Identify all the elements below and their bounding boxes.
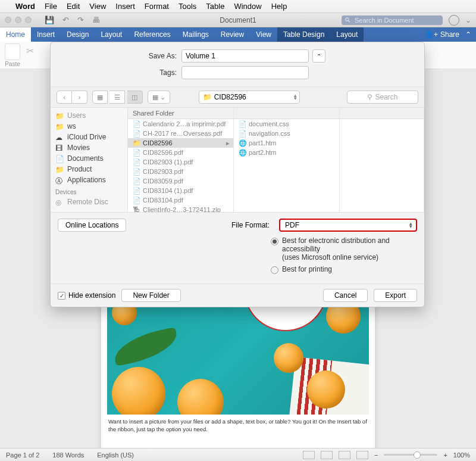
file-row[interactable]: 📄CID82903 (1).pdf [128,157,233,167]
nav-forward-button[interactable]: › [72,91,87,104]
path-dropdown[interactable]: 📁 CID82596 ▴▾ [199,91,300,104]
disc-icon: ◎ [55,198,64,205]
zoom-level[interactable]: 100% [453,451,470,459]
inline-image[interactable] [107,295,369,415]
tab-layout[interactable]: Layout [95,27,128,42]
view-mode-draft[interactable] [356,451,368,459]
group-by-button[interactable]: ▦ ⌄ [148,91,170,104]
view-mode-print[interactable] [303,451,315,459]
view-mode-web[interactable] [321,451,333,459]
save-icon[interactable]: 💾 [45,15,54,24]
tags-input[interactable] [181,66,309,79]
tab-review[interactable]: Review [215,27,250,42]
cancel-button[interactable]: Cancel [323,289,368,302]
online-locations-button[interactable]: Online Locations [58,219,126,232]
menu-edit[interactable]: Edit [67,2,80,11]
print-icon[interactable]: 🖶 [92,15,100,24]
sidebar-item-product[interactable]: 📁Product [55,164,123,175]
zoom-out-button[interactable]: − [374,451,378,459]
menu-tools[interactable]: Tools [178,2,196,11]
sidebar-item-documents[interactable]: 📄Documents [55,153,123,164]
sidebar-devices-label: Devices [55,189,123,195]
file-column-3 [340,108,424,212]
sidebar-item-ws[interactable]: 📁ws [55,121,123,132]
checkmark-icon: ✓ [58,292,65,300]
menu-window[interactable]: Window [234,2,261,11]
new-folder-button[interactable]: New Folder [121,289,180,302]
sidebar-item-users[interactable]: 📁Users [55,110,123,121]
menu-file[interactable]: File [45,2,57,11]
document-page: Want to insert a picture from your files… [101,289,375,448]
file-format-dropdown[interactable]: PDF ▴▾ [279,219,417,232]
file-row[interactable]: 📄navigation.css [234,129,339,138]
tab-insert[interactable]: Insert [31,27,61,42]
undo-icon[interactable]: ↶ [62,15,69,24]
share-button[interactable]: 👤+Share⌃ [420,27,476,42]
hide-extension-checkbox[interactable]: ✓ Hide extension [58,291,115,300]
sidebar-item-applications[interactable]: ⒶApplications [55,175,123,185]
menu-table[interactable]: Table [206,2,224,11]
feedback-icon[interactable] [449,15,459,26]
file-row[interactable]: 📄CID82903.pdf [128,167,233,176]
menu-format[interactable]: Format [145,2,169,11]
save-as-input[interactable] [181,49,309,63]
folder-icon: 📁 [133,139,140,147]
cut-icon[interactable]: ✂ [26,45,34,57]
file-row[interactable]: 📄CID83059.pdf [128,176,233,186]
cloud-icon: ☁ [55,133,64,141]
collapse-button[interactable]: ⌃ [312,49,325,63]
file-row[interactable]: 📄document.css [234,119,339,129]
tab-mailings[interactable]: Mailings [177,27,215,42]
pdf-icon: 📄 [133,187,140,194]
radio-best-printing[interactable]: Best for printing [271,265,424,274]
radio-best-electronic[interactable]: Best for electronic distribution and acc… [271,236,424,261]
tab-design[interactable]: Design [61,27,95,42]
tab-table-design[interactable]: Table Design [277,27,330,42]
view-icon-columns[interactable]: ◫ [127,91,143,104]
file-row[interactable]: 📄CH-2017 re…Overseas.pdf [128,129,233,138]
file-row[interactable]: 🌐part2.htm [234,148,339,157]
traffic-close[interactable] [5,17,11,23]
menu-view[interactable]: View [89,2,106,11]
tab-references[interactable]: References [128,27,176,42]
app-menu-word[interactable]: Word [15,2,35,11]
tab-home[interactable]: Home [0,27,31,42]
chevron-down-icon[interactable]: ⌄ [465,16,471,24]
tab-view[interactable]: View [250,27,277,42]
status-language[interactable]: English (US) [97,451,134,459]
file-row[interactable]: 📄CID83104 (1).pdf [128,186,233,195]
menu-insert[interactable]: Insert [115,2,135,11]
export-button[interactable]: Export [374,289,417,302]
file-row[interactable]: 🌐part1.htm [234,138,339,148]
sidebar-item-remote-disc[interactable]: ◎Remote Disc [55,197,123,207]
zoom-slider[interactable] [384,454,437,456]
pdf-icon: 📄 [133,168,140,175]
redo-icon[interactable]: ↷ [77,15,84,24]
view-icon-list[interactable]: ☰ [109,91,125,104]
file-column-2: 📄document.css 📄navigation.css 🌐part1.htm… [234,108,340,212]
file-row-selected[interactable]: 📁CID82596 [128,138,233,148]
status-words[interactable]: 188 Words [52,451,84,459]
file-row[interactable]: 📄CID82596.pdf [128,148,233,157]
view-mode-outline[interactable] [339,451,350,459]
movie-icon: 🎞 [55,144,64,151]
file-row[interactable]: 📄Calendario 2…a imprimir.pdf [128,119,233,129]
file-row[interactable]: 🗜ClientInfo-2…3-172411.zip [128,205,233,212]
menu-help[interactable]: Help [271,2,287,11]
file-row[interactable]: 📄CID83104.pdf [128,195,233,205]
radio-label: Best for printing [282,265,332,273]
finder-search[interactable]: ⚲ Search [347,91,418,104]
sidebar-item-icloud[interactable]: ☁iCloud Drive [55,132,123,142]
paste-icon[interactable] [5,43,20,60]
path-label: CID82596 [214,93,246,101]
nav-back-button[interactable]: ‹ [57,91,72,104]
zip-icon: 🗜 [133,206,140,212]
search-in-document[interactable]: Search in Document [342,15,443,25]
zoom-in-button[interactable]: + [443,451,447,459]
tab-layout-2[interactable]: Layout [330,27,364,42]
view-icon-grid[interactable]: ▦ [92,91,108,104]
sidebar-item-movies[interactable]: 🎞Movies [55,142,123,153]
traffic-zoom[interactable] [25,17,32,23]
traffic-minimize[interactable] [15,17,21,23]
status-page[interactable]: Page 1 of 2 [6,451,39,459]
